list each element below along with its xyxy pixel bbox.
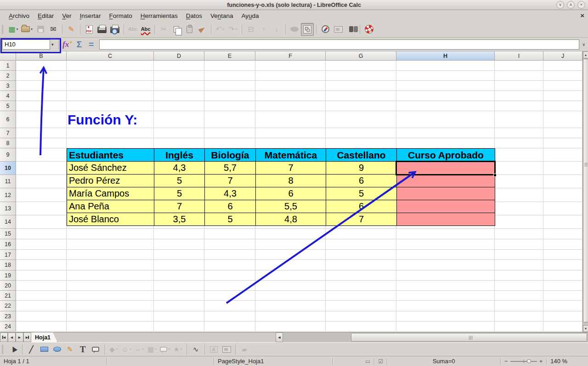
cell-H23[interactable] — [396, 311, 495, 321]
dropdown-arrow-icon[interactable]: ▾ — [31, 27, 33, 31]
cell-J2[interactable] — [543, 71, 582, 81]
table-cell[interactable]: Ana Peña — [67, 200, 154, 213]
sum-button[interactable]: Σ — [74, 39, 85, 51]
close-window-icon[interactable]: × — [577, 1, 585, 9]
cell-D21[interactable] — [154, 291, 204, 301]
cell-D24[interactable] — [154, 321, 204, 332]
cell-I23[interactable] — [495, 311, 543, 321]
row-header-19[interactable]: 19 — [0, 270, 16, 281]
cell-C19[interactable] — [67, 270, 154, 281]
cell-F21[interactable] — [255, 291, 326, 301]
cell-C21[interactable] — [67, 291, 154, 301]
cell-C1[interactable] — [67, 61, 154, 71]
new-document-button[interactable]: ▦▾ — [7, 23, 20, 36]
cell-D1[interactable] — [154, 61, 204, 71]
cell-J4[interactable] — [543, 91, 582, 101]
zoom-out-icon[interactable]: − — [504, 358, 508, 365]
cell-D18[interactable] — [154, 260, 204, 270]
cell-H17[interactable] — [396, 250, 495, 260]
cell-H16[interactable] — [396, 239, 495, 250]
cell-C2[interactable] — [67, 71, 154, 81]
cell-B5[interactable] — [16, 101, 67, 111]
column-header-j[interactable]: J — [543, 51, 582, 61]
cell-I22[interactable] — [495, 301, 543, 311]
cell-F16[interactable] — [255, 239, 326, 250]
cell-B1[interactable] — [16, 61, 67, 71]
selection-mode-icon[interactable]: ☑ — [374, 356, 387, 366]
table-cell[interactable]: 4,8 — [256, 213, 326, 226]
navigator-button[interactable] — [319, 23, 332, 36]
cell-J14[interactable] — [543, 215, 582, 229]
cell-F19[interactable] — [255, 270, 326, 281]
cell-I12[interactable] — [495, 188, 543, 202]
cell-I3[interactable] — [495, 81, 543, 91]
cell-G4[interactable] — [326, 91, 396, 101]
table-cell[interactable]: 4,3 — [205, 187, 256, 200]
cell-E22[interactable] — [204, 301, 255, 311]
cell-F15[interactable] — [255, 229, 326, 239]
cell-I14[interactable] — [495, 215, 543, 229]
row-header-9[interactable]: 9 — [0, 148, 16, 162]
cell-J15[interactable] — [543, 229, 582, 239]
column-header-i[interactable]: I — [495, 51, 543, 61]
cell-F3[interactable] — [255, 81, 326, 91]
cell-G17[interactable] — [326, 250, 396, 260]
cell-B7[interactable] — [16, 128, 67, 138]
cell-B18[interactable] — [16, 260, 67, 270]
cell-D22[interactable] — [154, 301, 204, 311]
row-header-5[interactable]: 5 — [0, 101, 16, 111]
menu-herramientas[interactable]: Herramientas — [136, 11, 182, 21]
cell-I11[interactable] — [495, 175, 543, 188]
vertical-scrollbar-thumb[interactable] — [583, 59, 588, 322]
cell-E23[interactable] — [204, 311, 255, 321]
insert-mode-icon[interactable]: ▭ — [362, 356, 374, 366]
cell-B11[interactable] — [16, 175, 67, 188]
table-cell[interactable]: 5 — [154, 175, 205, 187]
cell-F24[interactable] — [255, 321, 326, 332]
cell-J10[interactable] — [543, 162, 582, 175]
table-cell[interactable]: 6 — [326, 175, 397, 187]
cell-D15[interactable] — [154, 229, 204, 239]
cell-I1[interactable] — [495, 61, 543, 71]
cell-D5[interactable] — [154, 101, 204, 111]
cell-B6[interactable] — [16, 111, 67, 128]
cell-C7[interactable] — [67, 128, 154, 138]
cell-J20[interactable] — [543, 281, 582, 291]
cell-I9[interactable] — [495, 148, 543, 162]
cell-D19[interactable] — [154, 270, 204, 281]
cell-E16[interactable] — [204, 239, 255, 250]
close-document-icon[interactable]: × — [580, 11, 584, 19]
cell-D8[interactable] — [154, 138, 204, 148]
table-cell[interactable]: 5 — [154, 187, 205, 200]
row-header-4[interactable]: 4 — [0, 91, 16, 101]
function-wizard-button[interactable]: fx✦ — [62, 39, 74, 51]
cell-C23[interactable] — [67, 311, 154, 321]
cell-B17[interactable] — [16, 250, 67, 260]
cell-E21[interactable] — [204, 291, 255, 301]
show-draw-functions-button[interactable] — [301, 23, 314, 36]
cell-H24[interactable] — [396, 321, 495, 332]
format-paintbrush-button[interactable] — [196, 23, 209, 36]
cell-H18[interactable] — [396, 260, 495, 270]
menu-ayuda[interactable]: Ayuda — [237, 11, 263, 21]
row-header-7[interactable]: 7 — [0, 128, 16, 138]
cell-I20[interactable] — [495, 281, 543, 291]
cell-E24[interactable] — [204, 321, 255, 332]
row-header-6[interactable]: 6 — [0, 111, 16, 128]
cell-G8[interactable] — [326, 138, 396, 148]
cell-H22[interactable] — [396, 301, 495, 311]
expand-formula-bar-icon[interactable]: ∨ — [582, 42, 585, 47]
cell-E2[interactable] — [204, 71, 255, 81]
vertical-scrollbar[interactable]: ▲ ▼ — [582, 51, 588, 332]
cell-H3[interactable] — [396, 81, 495, 91]
cell-G6[interactable] — [326, 111, 396, 128]
cell-E5[interactable] — [204, 101, 255, 111]
row-header-17[interactable]: 17 — [0, 250, 16, 260]
edit-points-button[interactable]: ∿ — [189, 343, 202, 356]
cell-I17[interactable] — [495, 250, 543, 260]
cell-C18[interactable] — [67, 260, 154, 270]
cell-J18[interactable] — [543, 260, 582, 270]
table-header-cell[interactable]: Castellano — [326, 149, 397, 162]
cell-F5[interactable] — [255, 101, 326, 111]
row-header-16[interactable]: 16 — [0, 239, 16, 250]
